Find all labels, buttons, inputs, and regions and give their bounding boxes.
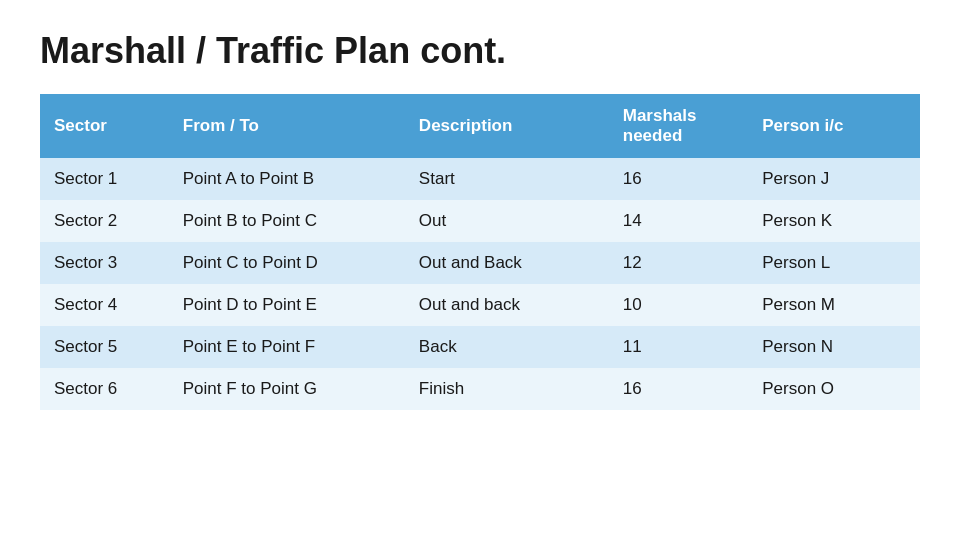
marshall-traffic-table: Sector From / To Description Marshals ne… — [40, 94, 920, 410]
cell-sector: Sector 5 — [40, 326, 169, 368]
cell-sector: Sector 4 — [40, 284, 169, 326]
cell-person: Person L — [748, 242, 920, 284]
cell-sector: Sector 3 — [40, 242, 169, 284]
cell-description: Out and back — [405, 284, 609, 326]
cell-from-to: Point A to Point B — [169, 158, 405, 200]
cell-sector: Sector 1 — [40, 158, 169, 200]
cell-marshals: 16 — [609, 368, 749, 410]
cell-sector: Sector 2 — [40, 200, 169, 242]
cell-from-to: Point E to Point F — [169, 326, 405, 368]
table-row: Sector 1Point A to Point BStart16Person … — [40, 158, 920, 200]
cell-person: Person N — [748, 326, 920, 368]
cell-from-to: Point D to Point E — [169, 284, 405, 326]
table-row: Sector 3Point C to Point DOut and Back12… — [40, 242, 920, 284]
cell-person: Person K — [748, 200, 920, 242]
cell-person: Person J — [748, 158, 920, 200]
page-title: Marshall / Traffic Plan cont. — [40, 30, 920, 72]
header-person-ic: Person i/c — [748, 94, 920, 158]
cell-person: Person M — [748, 284, 920, 326]
table-row: Sector 4Point D to Point EOut and back10… — [40, 284, 920, 326]
cell-marshals: 14 — [609, 200, 749, 242]
cell-description: Back — [405, 326, 609, 368]
cell-from-to: Point B to Point C — [169, 200, 405, 242]
header-from-to: From / To — [169, 94, 405, 158]
table-row: Sector 2Point B to Point COut14Person K — [40, 200, 920, 242]
cell-description: Start — [405, 158, 609, 200]
cell-person: Person O — [748, 368, 920, 410]
table-header-row: Sector From / To Description Marshals ne… — [40, 94, 920, 158]
cell-description: Finish — [405, 368, 609, 410]
table-row: Sector 5Point E to Point FBack11Person N — [40, 326, 920, 368]
cell-marshals: 11 — [609, 326, 749, 368]
header-marshals-needed: Marshals needed — [609, 94, 749, 158]
cell-sector: Sector 6 — [40, 368, 169, 410]
page: Marshall / Traffic Plan cont. Sector Fro… — [0, 0, 960, 540]
header-description: Description — [405, 94, 609, 158]
table-row: Sector 6Point F to Point GFinish16Person… — [40, 368, 920, 410]
cell-description: Out — [405, 200, 609, 242]
cell-from-to: Point C to Point D — [169, 242, 405, 284]
cell-marshals: 12 — [609, 242, 749, 284]
cell-marshals: 16 — [609, 158, 749, 200]
cell-marshals: 10 — [609, 284, 749, 326]
cell-from-to: Point F to Point G — [169, 368, 405, 410]
cell-description: Out and Back — [405, 242, 609, 284]
header-sector: Sector — [40, 94, 169, 158]
